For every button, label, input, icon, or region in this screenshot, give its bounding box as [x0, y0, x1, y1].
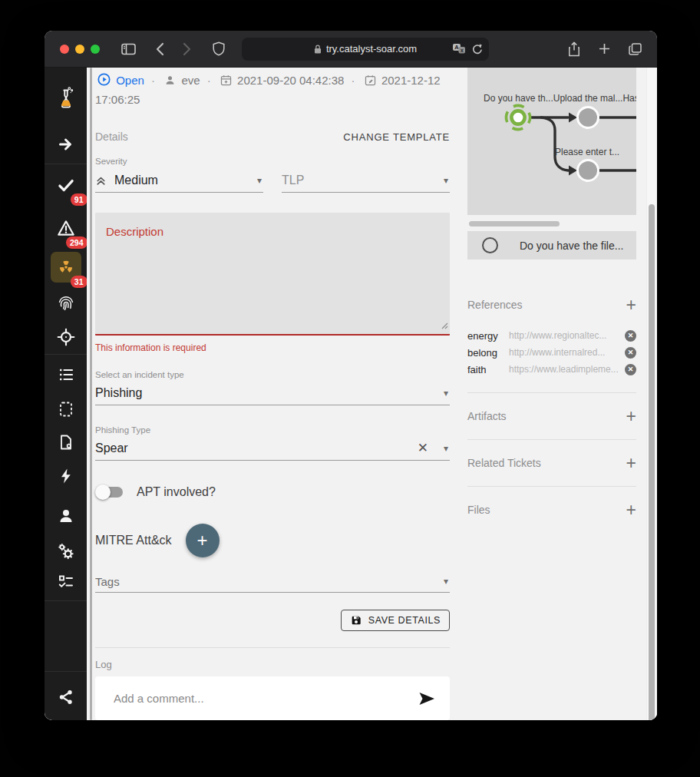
add-related-ticket-button[interactable]: + [626, 455, 636, 471]
incident-type-select[interactable]: Phishing ▾ [95, 382, 450, 405]
panel-divider [467, 392, 636, 393]
forward-icon[interactable] [183, 42, 191, 56]
apt-label: APT involved? [137, 485, 216, 499]
sidebar-item-forward-icon[interactable] [51, 129, 81, 160]
svg-text:A: A [454, 44, 459, 51]
tlp-placeholder: TLP [282, 174, 304, 187]
created-date-icon [220, 74, 233, 87]
sidebar-divider [45, 671, 87, 672]
sidebar-toggle-icon[interactable] [121, 43, 136, 55]
chevron-down-icon: ▾ [444, 175, 448, 186]
reload-icon[interactable] [471, 43, 483, 55]
ticket-meta: Open · eve · 2021-09-20 04:42:38 · 2021-… [95, 71, 450, 109]
sidebar-item-incidents-icon[interactable]: 31 [51, 252, 81, 283]
sidebar-item-list-icon[interactable] [51, 359, 81, 390]
save-details-button[interactable]: SAVE DETAILS [341, 610, 450, 631]
clear-value-icon[interactable]: ✕ [418, 440, 428, 456]
tags-select[interactable]: Tags ▾ [95, 571, 450, 593]
safari-window: try.catalyst-soar.com Ax [45, 31, 657, 720]
severity-label: Severity [95, 157, 450, 166]
playbook-hscrollbar[interactable] [469, 221, 560, 226]
task-label: Do you have the file... [520, 240, 623, 252]
remove-reference-icon[interactable]: ✕ [625, 347, 636, 359]
incident-type-value: Phishing [95, 386, 142, 400]
back-icon[interactable] [156, 42, 164, 56]
sidebar-item-tasks-icon[interactable] [51, 567, 81, 597]
zoom-window-button[interactable] [91, 45, 100, 54]
lock-icon [314, 45, 322, 54]
desktop: try.catalyst-soar.com Ax [0, 0, 700, 777]
remove-reference-icon[interactable]: ✕ [625, 330, 636, 342]
close-window-button[interactable] [60, 45, 69, 54]
reference-url[interactable]: http://www.internalred... [509, 347, 620, 358]
tags-placeholder: Tags [95, 575, 120, 588]
comment-input[interactable] [95, 691, 418, 706]
task-radio-icon[interactable] [482, 237, 498, 253]
severity-select[interactable]: Medium ▾ [95, 169, 263, 193]
url-bar[interactable]: try.catalyst-soar.com Ax [242, 38, 489, 61]
add-file-button[interactable]: + [626, 502, 636, 517]
svg-text:x: x [461, 47, 464, 52]
sidebar-item-alert-icon[interactable]: 294 [51, 213, 81, 243]
ticket-status[interactable]: Open [116, 74, 144, 87]
sidebar-item-check-icon[interactable]: 91 [51, 170, 81, 200]
references-list: energy http://www.regionaltec... ✕ belon… [467, 327, 636, 378]
ticket-side-column: Do you have th... Upload the mal... Has … [467, 68, 636, 518]
tlp-select[interactable]: TLP ▾ [282, 169, 450, 193]
sidebar-divider [45, 164, 87, 164]
severity-medium-icon [95, 175, 107, 187]
sidebar-item-target-icon[interactable] [51, 322, 81, 352]
browser-toolbar: try.catalyst-soar.com Ax [45, 31, 657, 68]
add-mitre-button[interactable]: + [186, 524, 220, 557]
description-textarea[interactable]: Description [95, 213, 450, 336]
related-tickets-title: Related Tickets [467, 457, 541, 469]
page-scrollbar-thumb[interactable] [649, 204, 655, 720]
playbook-task-item[interactable]: Do you have the file... [467, 231, 636, 260]
ticket-details-column: Open · eve · 2021-09-20 04:42:38 · 2021-… [95, 68, 450, 720]
remove-reference-icon[interactable]: ✕ [625, 364, 636, 375]
files-title: Files [467, 504, 490, 516]
minimize-window-button[interactable] [75, 45, 84, 54]
reference-row: faith https://www.leadimpleme... ✕ [467, 361, 636, 378]
add-reference-button[interactable]: + [626, 297, 636, 312]
tab-overview-icon[interactable] [629, 43, 642, 55]
apt-toggle[interactable] [97, 487, 123, 498]
apt-toggle-knob[interactable] [95, 484, 111, 500]
severity-value: Medium [114, 174, 158, 187]
sidebar-divider [45, 354, 87, 355]
check-count-badge: 91 [71, 193, 88, 207]
sidebar-item-fingerprint-icon[interactable] [51, 288, 81, 319]
playbook-graph[interactable]: Do you have th... Upload the mal... Has … [467, 68, 636, 215]
sidebar-item-draft-file-icon[interactable] [51, 394, 81, 425]
resize-handle-icon[interactable] [440, 319, 448, 332]
left-pane-scrollbar[interactable] [90, 68, 92, 720]
panel-divider [467, 486, 636, 487]
add-artifact-button[interactable]: + [626, 408, 636, 424]
node-label: Please enter t... [555, 147, 619, 157]
reference-url[interactable]: https://www.leadimpleme... [509, 364, 620, 375]
sidebar-item-share-icon[interactable] [51, 682, 81, 713]
node-label: Do you have th... [484, 93, 553, 104]
sidebar-item-settings-gears-icon[interactable] [51, 536, 81, 567]
phishing-type-value: Spear [95, 441, 128, 455]
app-logo-flask-icon[interactable] [51, 83, 81, 114]
new-tab-icon[interactable] [599, 43, 610, 55]
send-comment-icon[interactable] [418, 691, 436, 706]
page-scrollbar-track[interactable] [646, 68, 657, 720]
sidebar-item-file-settings-icon[interactable] [51, 427, 81, 458]
reference-url[interactable]: http://www.regionaltec... [509, 330, 620, 341]
ticket-owner: eve [181, 74, 200, 87]
page-content: 91 294 31 [45, 68, 657, 720]
change-template-button[interactable]: CHANGE TEMPLATE [343, 131, 450, 143]
translate-icon[interactable]: Ax [452, 43, 466, 55]
sidebar-item-automation-bolt-icon[interactable] [51, 461, 81, 491]
phishing-type-select[interactable]: Spear ✕ ▾ [95, 437, 450, 461]
sidebar-divider [45, 600, 87, 601]
sidebar-item-users-icon[interactable] [51, 501, 81, 531]
playbook-node [578, 160, 599, 181]
privacy-shield-icon[interactable] [213, 41, 225, 56]
created-timestamp: 2021-09-20 04:42:38 [237, 74, 344, 87]
panel-divider [467, 439, 636, 440]
url-text: try.catalyst-soar.com [326, 43, 417, 55]
share-icon[interactable] [568, 41, 580, 57]
